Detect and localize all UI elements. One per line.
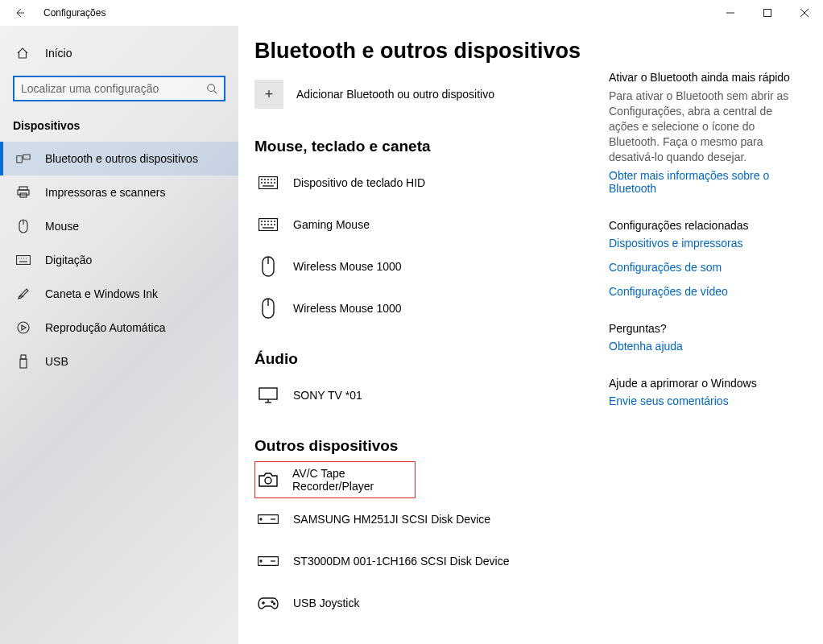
device-row[interactable]: Dispositivo de teclado HID [254,162,609,204]
svg-rect-7 [23,155,30,159]
main-content: Bluetooth e outros dispositivos + Adicio… [238,26,823,644]
sidebar: Início Localizar uma configuração Dispos… [0,26,238,644]
autoplay-icon [16,321,31,334]
device-row[interactable]: Gaming Mouse [254,204,609,246]
device-label: AV/C Tape Recorder/Player [292,467,412,493]
link-sound-settings[interactable]: Configurações de som [609,261,802,274]
sidebar-item-printers[interactable]: Impressoras e scanners [0,175,238,209]
sidebar-item-usb[interactable]: USB [0,345,238,378]
sidebar-item-autoplay[interactable]: Reprodução Automática [0,311,238,345]
sidebar-item-label: Bluetooth e outros dispositivos [45,152,198,165]
svg-rect-1 [764,10,771,17]
svg-rect-13 [17,256,31,265]
back-button[interactable] [6,0,32,26]
group-title: Outros dispositivos [254,437,609,455]
svg-point-63 [274,603,275,605]
mouse-outline-icon [258,298,279,319]
minimize-button[interactable] [712,0,749,26]
device-row[interactable]: Wireless Mouse 1000 [254,287,609,329]
svg-rect-9 [18,190,29,195]
sidebar-home[interactable]: Início [0,37,238,69]
maximize-button[interactable] [749,0,786,26]
right-block-related: Configurações relacionadas Dispositivos … [609,219,802,298]
device-label: Wireless Mouse 1000 [293,302,402,315]
svg-point-4 [208,85,215,92]
right-block-title: Configurações relacionadas [609,219,802,232]
close-icon [800,9,809,17]
svg-point-19 [18,322,29,333]
sidebar-section-title: Dispositivos [0,109,238,142]
right-block-title: Ativar o Bluetooth ainda mais rápido [609,71,802,84]
group-title: Áudio [254,350,609,368]
device-row[interactable]: SONY TV *01 [254,374,609,416]
mouse-icon [16,219,31,233]
device-row[interactable]: Wireless Mouse 1000 [254,246,609,287]
maximize-icon [763,9,771,17]
search-icon [206,83,217,94]
sidebar-item-label: Digitação [45,254,92,266]
arrow-left-icon [13,6,26,19]
search-placeholder: Localizar uma configuração [21,82,206,95]
keyboard-icon [16,255,31,265]
svg-rect-20 [21,355,26,359]
disk-icon [258,556,279,566]
right-block-questions: Perguntas? Obtenha ajuda [609,322,802,353]
device-row[interactable]: SAMSUNG HM251JI SCSI Disk Device [254,498,609,540]
svg-point-55 [260,518,262,520]
add-device-button[interactable]: + [254,80,283,109]
device-label: USB Joystick [293,597,359,609]
sidebar-item-label: Caneta e Windows Ink [45,287,158,300]
add-device-row[interactable]: + Adicionar Bluetooth ou outro dispositi… [254,80,609,109]
sidebar-item-typing[interactable]: Digitação [0,243,238,277]
sidebar-item-label: USB [45,355,68,368]
search-input[interactable]: Localizar uma configuração [13,76,225,101]
device-row[interactable]: USB Joystick [254,582,609,624]
svg-rect-6 [17,156,23,163]
link-feedback[interactable]: Envie seus comentários [609,394,802,407]
sidebar-item-pen[interactable]: Caneta e Windows Ink [0,277,238,311]
right-block-improve: Ajude a aprimorar o Windows Envie seus c… [609,377,802,407]
svg-rect-21 [20,359,27,368]
link-devices-printers[interactable]: Dispositivos e impressoras [609,237,802,250]
usb-icon [16,354,31,369]
camera-icon [258,473,278,487]
right-block-bt-faster: Ativar o Bluetooth ainda mais rápido Par… [609,71,802,195]
svg-line-5 [214,91,217,94]
bluetooth-devices-icon [16,153,31,164]
device-label: Gaming Mouse [293,218,370,231]
svg-rect-8 [19,187,27,190]
group-other-devices: Outros dispositivos AV/C Tape Recorder/P… [254,437,609,624]
svg-point-62 [271,601,273,603]
device-label: SAMSUNG HM251JI SCSI Disk Device [293,513,490,526]
sidebar-item-label: Reprodução Automática [45,321,165,334]
right-column: Ativar o Bluetooth ainda mais rápido Par… [609,26,823,644]
monitor-icon [258,387,279,403]
device-row-highlighted[interactable]: AV/C Tape Recorder/Player [254,461,416,498]
sidebar-item-mouse[interactable]: Mouse [0,209,238,243]
page-title: Bluetooth e outros dispositivos [254,39,609,64]
pen-icon [16,287,31,300]
link-get-help[interactable]: Obtenha ajuda [609,340,802,353]
device-label: Wireless Mouse 1000 [293,260,402,273]
add-device-label: Adicionar Bluetooth ou outro dispositivo [296,88,494,101]
sidebar-item-label: Mouse [45,220,79,233]
group-audio: Áudio SONY TV *01 [254,350,609,416]
svg-point-53 [265,477,271,484]
right-block-title: Ajude a aprimorar o Windows [609,377,802,390]
device-row[interactable]: ST3000DM 001-1CH166 SCSI Disk Device [254,540,609,582]
link-bt-more-info[interactable]: Obter mais informações sobre o Bluetooth [609,169,802,195]
close-button[interactable] [786,0,823,26]
sidebar-item-bluetooth-devices[interactable]: Bluetooth e outros dispositivos [0,142,238,175]
mouse-outline-icon [258,256,279,277]
svg-rect-50 [259,388,277,399]
sidebar-home-label: Início [45,47,72,60]
keyboard-device-icon [258,176,279,189]
link-video-settings[interactable]: Configurações de vídeo [609,285,802,298]
right-block-body: Para ativar o Bluetooth sem abrir as Con… [609,89,802,164]
device-label: ST3000DM 001-1CH166 SCSI Disk Device [293,555,509,568]
device-label: SONY TV *01 [293,389,362,402]
group-mouse-keyboard-pen: Mouse, teclado e caneta Dispositivo de t… [254,138,609,329]
printer-icon [16,186,31,199]
sidebar-item-label: Impressoras e scanners [45,186,165,199]
svg-point-58 [260,560,262,562]
